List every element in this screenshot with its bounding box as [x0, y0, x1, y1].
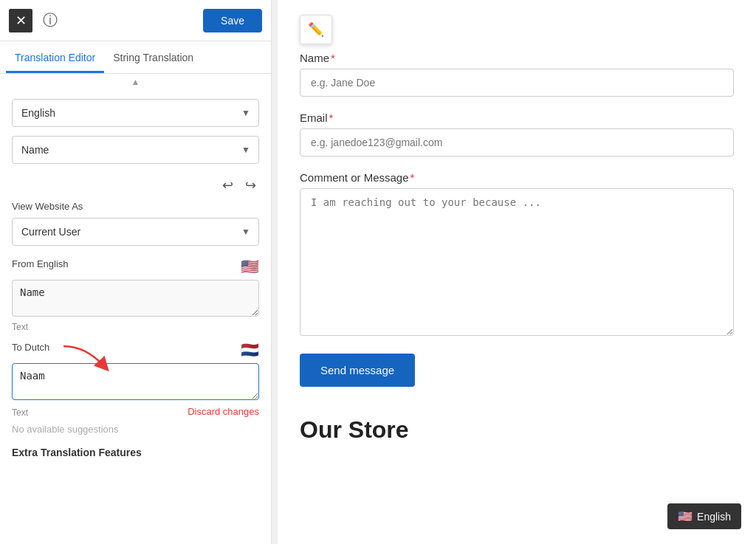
to-translation-box[interactable]: Naam — [12, 363, 259, 400]
undo-button[interactable]: ↩ — [219, 176, 236, 195]
from-flag: 🇺🇸 — [241, 258, 259, 275]
tab-string-translation[interactable]: String Translation — [104, 41, 202, 73]
view-as-dropdown: Current User Guest Admin ▼ — [12, 218, 259, 246]
edit-pencil-button[interactable]: ✏️ — [300, 15, 332, 44]
language-select[interactable]: English Dutch French German — [12, 99, 259, 127]
name-form-group: Name* — [300, 52, 734, 97]
from-field-type: Text — [12, 322, 259, 332]
email-required-star: * — [329, 111, 334, 124]
info-button[interactable]: ⓘ — [38, 9, 62, 32]
name-input[interactable] — [300, 69, 734, 97]
top-bar: ✕ ⓘ Save — [0, 0, 271, 41]
to-header: To Dutch 🇳🇱 — [12, 341, 259, 359]
suggestions-text: No available suggestions — [12, 424, 259, 435]
message-textarea[interactable] — [300, 188, 734, 336]
language-dropdown-field: English Dutch French German ▼ — [12, 99, 259, 127]
panel-divider — [272, 0, 278, 544]
message-form-group: Comment or Message* — [300, 171, 734, 339]
edit-icon-container: ✏️ — [300, 15, 332, 44]
language-selector-bar[interactable]: 🇺🇸 English — [667, 503, 741, 529]
discard-changes-link[interactable]: Discard changes — [188, 406, 259, 417]
message-required-star: * — [410, 171, 415, 184]
from-header: From English 🇺🇸 — [12, 258, 259, 275]
name-required-star: * — [331, 52, 335, 64]
close-button[interactable]: ✕ — [9, 9, 32, 32]
email-form-group: Email* — [300, 111, 734, 156]
name-label: Name* — [300, 52, 734, 64]
view-as-section: View Website As Current User Guest Admin… — [12, 201, 259, 246]
arrow-container: Naam — [12, 363, 259, 403]
to-section: To Dutch 🇳🇱 Naam Text Discard chang — [12, 341, 259, 418]
our-store-heading: Our Store — [300, 416, 734, 444]
from-label: From English — [12, 258, 69, 269]
email-label: Email* — [300, 111, 734, 124]
scroll-up-indicator: ▲ — [0, 74, 271, 90]
panel-body: English Dutch French German ▼ Name Email… — [0, 90, 271, 544]
right-panel: ✏️ Name* Email* Comment or Message* Send… — [278, 0, 756, 544]
undo-redo-bar: ↩ ↪ — [12, 173, 259, 201]
view-as-select[interactable]: Current User Guest Admin — [12, 218, 259, 246]
string-select[interactable]: Name Email Comment or Message — [12, 136, 259, 164]
to-label: To Dutch — [12, 342, 49, 353]
left-panel: ✕ ⓘ Save Translation Editor String Trans… — [0, 0, 272, 544]
message-label: Comment or Message* — [300, 171, 734, 184]
save-button[interactable]: Save — [203, 9, 262, 32]
from-translation-box[interactable]: Name — [12, 280, 259, 317]
from-section: From English 🇺🇸 Name Text — [12, 258, 259, 332]
lang-flag: 🇺🇸 — [678, 509, 693, 523]
string-dropdown-field: Name Email Comment or Message ▼ — [12, 136, 259, 164]
view-as-label: View Website As — [12, 201, 259, 212]
redo-button[interactable]: ↪ — [242, 176, 259, 195]
tabs-bar: Translation Editor String Translation — [0, 41, 271, 74]
lang-label: English — [697, 511, 731, 523]
tab-translation-editor[interactable]: Translation Editor — [6, 41, 104, 73]
form-section: Name* Email* Comment or Message* Send me… — [300, 52, 734, 409]
send-message-button[interactable]: Send message — [300, 354, 415, 387]
to-flag: 🇳🇱 — [241, 341, 259, 359]
to-field-type: Text — [12, 407, 28, 418]
email-input[interactable] — [300, 128, 734, 156]
extra-features-label: Extra Translation Features — [12, 447, 259, 458]
